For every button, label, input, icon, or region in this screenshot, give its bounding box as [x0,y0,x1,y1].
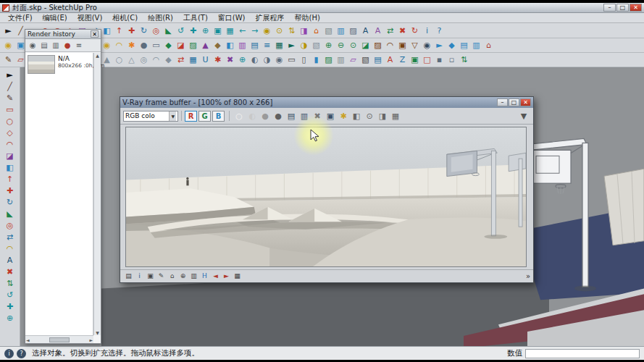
maximize-button[interactable]: □ [616,4,629,12]
save-image-icon[interactable]: ▤ [285,110,298,122]
channel-grey-icon[interactable]: ● [259,110,272,122]
advanced-camera-icon[interactable]: ◉ [421,40,433,51]
unlock-icon[interactable]: ▫ [446,54,458,66]
vray-infinite-plane-icon[interactable]: ▭ [150,40,162,51]
component-attributes-icon[interactable]: ▥ [470,40,482,51]
interact-icon[interactable]: ► [433,40,446,51]
photo-textures-icon[interactable]: ▥ [335,25,347,36]
measure-icon[interactable]: ⇅ [458,54,470,66]
channel-half-icon[interactable]: ◐ [246,110,259,122]
offset-icon[interactable]: ◎ [2,219,18,231]
purge-unused-icon[interactable]: ✖ [224,54,236,66]
vfb-close-button[interactable]: ✕ [520,98,531,106]
solid-intersect-icon[interactable]: ⊙ [347,40,359,51]
look-around-icon[interactable]: ⊙ [273,25,285,36]
dimension-icon[interactable]: ⇅ [2,277,18,289]
toggle-terrain-icon[interactable]: ▧ [322,25,335,36]
outliner-icon[interactable]: ≡ [261,40,273,51]
hide-rest-icon[interactable]: ◐ [248,54,261,66]
pyramid-primitive-icon[interactable]: △ [125,54,138,66]
move-icon[interactable]: ✚ [125,25,138,36]
grid-icon[interactable]: ▦ [232,272,243,282]
push-pull-icon[interactable]: ↑ [113,25,125,36]
scroll-left-icon[interactable]: ◄ [26,337,30,342]
vfb-maximize-button[interactable]: □ [509,98,519,106]
zoom-icon[interactable]: ⊕ [199,25,212,36]
render-thumbnail[interactable] [28,55,55,74]
select-none-icon[interactable]: Z [396,54,409,66]
line-icon[interactable]: ╱ [2,80,18,92]
freehand-icon[interactable]: ✎ [2,92,18,104]
section-plane-icon[interactable]: ◨ [298,25,310,36]
styles-icon[interactable]: ▥ [236,40,248,51]
vray-dome-light-icon[interactable]: ◠ [113,40,125,51]
vfb-minimize-button[interactable]: – [497,98,508,106]
lock-icon[interactable]: ▪ [433,54,446,66]
menu-item[interactable]: 编辑(E) [38,13,72,23]
xray-style-icon[interactable]: ▱ [347,54,359,66]
open-icon[interactable]: ▥ [50,40,62,51]
region-render-icon[interactable]: ▣ [145,272,156,282]
vray-clipper-icon[interactable]: ◪ [175,40,187,51]
position-camera-icon[interactable]: ◉ [261,25,273,36]
rotate-icon[interactable]: ↻ [138,25,150,36]
rectangle-icon[interactable]: ▭ [2,104,18,115]
scale-icon[interactable]: ◣ [2,208,18,219]
channel-dropdown[interactable]: RGB colo ▼ [123,111,178,122]
solid-subtract-icon[interactable]: ⊖ [335,40,347,51]
vray-proxy-icon[interactable]: ◆ [162,40,175,51]
render-history-vscrollbar[interactable]: ▲ ▼ [93,53,101,335]
vray-sphere-icon[interactable]: ● [138,40,150,51]
pan-icon[interactable]: ✚ [2,300,18,312]
ungroup-icon[interactable]: □ [421,54,433,66]
next-view-icon[interactable]: → [248,25,261,36]
zoom-window-icon[interactable]: ▣ [212,25,224,36]
match-photo-icon[interactable]: ▨ [347,25,359,36]
scrollbar-thumb[interactable] [49,337,70,342]
menu-item[interactable]: 相机(C) [107,13,143,23]
vray-sun-icon[interactable]: ✱ [125,40,138,51]
geolocation-icon[interactable]: i [4,349,14,358]
menu-item[interactable]: 扩展程序 [251,13,290,23]
red-channel-button[interactable]: R [185,111,197,122]
protractor-icon[interactable]: ◠ [2,243,18,254]
channel-dark-icon[interactable]: ● [272,110,285,122]
dome-primitive-icon[interactable]: ◠ [150,54,162,66]
chevron-down-icon[interactable]: ▼ [169,111,176,121]
monitor-icon[interactable]: ⌂ [167,272,177,282]
channels-panel-icon[interactable]: ▤ [123,272,134,282]
instructor-icon[interactable]: ? [433,25,446,36]
monochrome-style-icon[interactable]: ▥ [335,54,347,66]
tape-measure-icon[interactable]: ⇄ [2,231,18,243]
render-info-icon[interactable]: i [134,272,145,282]
text-icon[interactable]: A [2,254,18,266]
components-icon[interactable]: ◆ [212,40,224,51]
unhide-all-icon[interactable]: ◉ [273,54,285,66]
orbit-icon[interactable]: ↺ [175,25,187,36]
text-icon[interactable]: A [359,25,372,36]
list-icon[interactable]: ≡ [73,40,85,51]
explode-icon[interactable]: ✱ [212,54,224,66]
wireframe-style-icon[interactable]: ▭ [285,54,298,66]
pixel-info-icon[interactable]: ⊙ [363,110,376,122]
shaded-style-icon[interactable]: ▮ [310,54,322,66]
weld-edges-icon[interactable]: U [199,54,212,66]
render-history-hscrollbar[interactable]: ◄ ► [25,335,93,343]
model-info-icon[interactable]: i [421,25,433,36]
menu-item[interactable]: 视图(V) [72,13,108,23]
measurement-input[interactable] [525,349,640,358]
menu-item[interactable]: 绘图(R) [143,13,178,23]
flag-left-icon[interactable]: ◄ [210,272,221,282]
scroll-right-icon[interactable]: ► [89,337,93,342]
select-icon[interactable]: ► [2,25,14,36]
animation-play-icon[interactable]: ► [285,40,298,51]
menu-item[interactable]: 工具(T) [178,13,213,23]
sandbox-stamp-icon[interactable]: ▣ [396,40,409,51]
axes-icon[interactable]: ✖ [396,25,409,36]
rotate-icon[interactable]: ↻ [2,196,18,208]
pan-icon[interactable]: ✚ [187,25,199,36]
torus-primitive-icon[interactable]: ◎ [138,54,150,66]
sphere-primitive-icon[interactable]: ○ [113,54,125,66]
close-button[interactable]: ✕ [630,4,642,12]
stamp-icon[interactable]: ▥ [188,272,199,282]
